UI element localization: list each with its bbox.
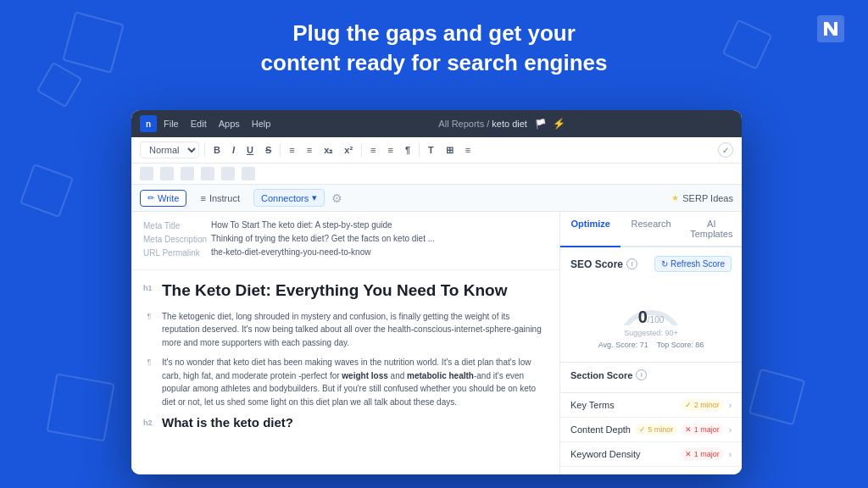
para1-dot: ¶ <box>143 310 155 350</box>
tab-ai-templates[interactable]: AI Templates <box>682 212 742 247</box>
refresh-score-button[interactable]: ↻ Refresh Score <box>654 256 732 272</box>
keyword-density-chevron: › <box>729 450 732 459</box>
star-icon: ★ <box>671 193 679 202</box>
strikethrough-btn[interactable]: S <box>262 143 275 157</box>
meta-title-value[interactable]: How To Start The keto diet: A step-by-st… <box>211 220 548 230</box>
italic-btn[interactable]: I <box>229 143 238 157</box>
meta-url-row: URL Permalink the-keto-diet-everything-y… <box>143 247 548 258</box>
score-item-h1[interactable]: H1 Heading ✓ 1 minor › <box>560 467 742 474</box>
h2-text[interactable]: What is the keto diet? <box>162 415 293 430</box>
menu-file[interactable]: File <box>164 119 179 129</box>
sep4 <box>419 143 420 157</box>
deco-6 <box>748 369 805 425</box>
header-section: Plug the gaps and get your content ready… <box>0 19 868 78</box>
table-btn[interactable]: ⊞ <box>442 143 457 158</box>
connectors-label: Connectors <box>261 193 309 203</box>
settings-icon[interactable]: ⚙ <box>331 191 342 205</box>
keyword-density-label: Keyword Density <box>570 449 681 459</box>
meta-title-label: Meta Title <box>143 220 211 230</box>
key-terms-badges: ✓ 2 minor <box>681 399 724 411</box>
sup-btn[interactable]: x² <box>341 143 356 157</box>
para2-mid: and <box>388 371 407 380</box>
tab-optimize[interactable]: Optimize <box>560 212 620 247</box>
score-item-content-depth[interactable]: Content Depth ✓ 5 minor ✕ 1 major › <box>560 418 742 442</box>
title-bar: n File Edit Apps Help All Reports / keto… <box>131 110 742 137</box>
app-window: n File Edit Apps Help All Reports / keto… <box>131 110 742 474</box>
content-depth-chevron: › <box>729 425 732 435</box>
deco-3 <box>19 164 74 218</box>
para2-text[interactable]: It's no wonder that keto diet has been m… <box>162 356 548 408</box>
meta-desc-value[interactable]: Thinking of trying the keto diet? Get th… <box>211 234 548 243</box>
connectors-button[interactable]: Connectors ▾ <box>253 189 325 207</box>
h1-badges: ✓ 1 minor <box>681 473 724 474</box>
align-btn2[interactable]: ≡ <box>384 143 396 157</box>
sub-btn[interactable]: x₂ <box>320 143 336 158</box>
key-terms-label: Key Terms <box>570 400 681 410</box>
action-toolbar: ✏ Write ≡ Instruct Connectors ▾ ⚙ ★ SERP… <box>131 185 742 212</box>
h2-label: h2 <box>143 415 155 427</box>
seo-title: SEO Score i <box>570 258 637 270</box>
refresh-icon: ↻ <box>661 259 668 269</box>
meta-desc-row: Meta Description Thinking of trying the … <box>143 234 548 244</box>
gauge-value: 0/100 <box>638 308 665 325</box>
write-button[interactable]: ✏ Write <box>140 190 186 207</box>
keyword-density-badge1: ✕ 1 major <box>681 448 724 460</box>
write-label: Write <box>158 193 179 203</box>
menu-apps[interactable]: Apps <box>219 119 240 129</box>
para2-bold2: metabolic health <box>407 371 474 380</box>
instruct-label: Instruct <box>209 193 240 203</box>
panel-tabs: Optimize Research AI Templates <box>560 212 742 247</box>
app-logo: n <box>140 115 157 132</box>
section-info-icon[interactable]: i <box>636 369 647 380</box>
score-gauge: 0/100 Suggested: 90+ Avg. Score: 71 Top … <box>570 279 732 353</box>
text-btn[interactable]: T <box>425 143 437 157</box>
headline-line2: content ready for search engines <box>261 50 608 75</box>
menu-edit[interactable]: Edit <box>191 119 207 129</box>
content-depth-label: Content Depth <box>570 424 635 435</box>
content-depth-badge2: ✕ 1 major <box>681 424 724 435</box>
icon-toolbar <box>131 164 742 185</box>
menu-help[interactable]: Help <box>252 119 271 129</box>
para1-text[interactable]: The ketogenic diet, long shrouded in mys… <box>162 310 548 350</box>
score-item-key-terms[interactable]: Key Terms ✓ 2 minor › <box>560 393 742 418</box>
refresh-label: Refresh Score <box>670 259 725 269</box>
gauge-container: 0/100 <box>613 283 689 325</box>
key-terms-badge1: ✓ 2 minor <box>681 399 724 411</box>
tab-research[interactable]: Research <box>620 212 681 247</box>
align-btn1[interactable]: ≡ <box>367 143 379 157</box>
top-score-text: Top Score: 86 <box>657 341 704 349</box>
seo-info-icon[interactable]: i <box>626 258 637 269</box>
sep3 <box>361 143 362 157</box>
meta-desc-label: Meta Description <box>143 234 211 244</box>
list-btn2[interactable]: ≡ <box>303 143 315 157</box>
h1-badge1: ✓ 1 minor <box>681 473 724 474</box>
content-depth-badge1: ✓ 5 minor <box>635 424 678 435</box>
serp-button[interactable]: ★ SERP Ideas <box>671 193 733 203</box>
para2-dot: ¶ <box>143 356 155 408</box>
para-btn[interactable]: ¶ <box>402 143 414 157</box>
section-title: Section Score i <box>570 369 732 380</box>
avg-score: Avg. Score: 71 <box>598 341 648 349</box>
score-item-keyword-density[interactable]: Keyword Density ✕ 1 major › <box>560 442 742 467</box>
bold-btn[interactable]: B <box>210 143 224 157</box>
content-area: h1 The Keto Diet: Everything You Need To… <box>131 270 559 440</box>
meta-url-value[interactable]: the-keto-diet-everything-you-need-to-kno… <box>211 247 548 257</box>
check-btn: ✓ <box>718 142 733 158</box>
icon5 <box>221 167 235 180</box>
h2-block: h2 What is the keto diet? <box>143 415 548 430</box>
format-select[interactable]: Normal <box>140 141 199 158</box>
h1-chevron: › <box>729 474 732 475</box>
formatting-toolbar: Normal B I U S ≡ ≡ x₂ x² ≡ ≡ ¶ T ⊞ ≡ ✓ <box>131 137 742 164</box>
meta-fields-section: Meta Title How To Start The keto diet: A… <box>131 212 559 270</box>
h1-text[interactable]: The Keto Diet: Everything You Need To Kn… <box>162 280 507 302</box>
underline-btn[interactable]: U <box>243 143 257 157</box>
list-btn1[interactable]: ≡ <box>286 143 298 157</box>
score-items-list: Key Terms ✓ 2 minor › Content Depth ✓ 5 … <box>560 393 742 474</box>
menu-bar: File Edit Apps Help <box>164 119 270 129</box>
meta-title-row: Meta Title How To Start The keto diet: A… <box>143 220 548 230</box>
avg-score-text: Avg. Score: 71 <box>598 341 648 349</box>
para1-block: ¶ The ketogenic diet, long shrouded in m… <box>143 310 548 350</box>
headline-line1: Plug the gaps and get your <box>292 20 576 46</box>
more-btn[interactable]: ≡ <box>462 143 474 157</box>
instruct-button[interactable]: ≡ Instruct <box>193 191 247 206</box>
